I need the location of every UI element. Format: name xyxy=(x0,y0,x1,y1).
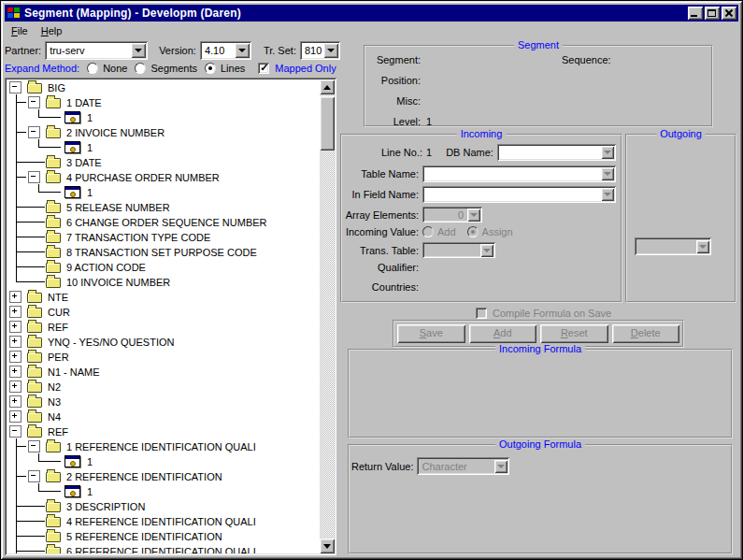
array-elements-combobox[interactable]: 0 xyxy=(422,207,482,223)
version-dropdown-button[interactable] xyxy=(235,43,250,58)
tree-item-label[interactable]: REF xyxy=(48,321,68,333)
expand-plus-toggle[interactable] xyxy=(7,304,26,319)
tree-item-label[interactable]: CUR xyxy=(48,306,70,318)
tree-item-label[interactable]: 4 REFERENCE IDENTIFICATION QUALI xyxy=(66,515,256,527)
tree-item[interactable]: 2 INVOICE NUMBER xyxy=(7,124,319,139)
array-elements-dropdown-button[interactable] xyxy=(467,208,480,222)
tree-scrollbar[interactable] xyxy=(320,79,335,553)
expand-plus-toggle[interactable] xyxy=(7,334,26,349)
table-name-dropdown-button[interactable] xyxy=(601,167,614,180)
close-button[interactable] xyxy=(722,7,736,20)
tree-item[interactable]: 4 REFERENCE IDENTIFICATION QUALI xyxy=(7,513,319,528)
expand-plus-toggle[interactable] xyxy=(7,364,26,379)
assign-radio[interactable] xyxy=(467,226,479,237)
tree-item[interactable]: 5 REFERENCE IDENTIFICATION xyxy=(7,528,319,543)
tree-item[interactable]: YNQ - YES/NO QUESTION xyxy=(7,334,319,349)
mapped-only-checkbox[interactable]: ✓ xyxy=(258,63,269,74)
title-bar[interactable]: Segment (Mapping) - Developm (Daren) xyxy=(5,5,738,22)
tree-item-label[interactable]: 1 xyxy=(87,111,93,123)
expand-method-radio-segments[interactable] xyxy=(135,63,146,74)
tree-item-label[interactable]: 4 PURCHASE ORDER NUMBER xyxy=(66,171,220,183)
minimize-button[interactable] xyxy=(688,7,703,20)
add-radio[interactable] xyxy=(422,226,434,237)
tree-item-label[interactable]: 6 REFERENCE IDENTIFICATION QUALI xyxy=(66,545,256,554)
tree-item-label[interactable]: 6 CHANGE ORDER SEQUENCE NUMBER xyxy=(66,216,267,228)
tree-item[interactable]: 1 xyxy=(7,109,319,124)
reset-button[interactable]: Reset xyxy=(540,324,608,343)
tree-item[interactable]: BIG xyxy=(7,79,319,94)
tree-item[interactable]: 3 DATE xyxy=(7,154,319,169)
db-name-combobox[interactable] xyxy=(497,144,616,161)
maximize-button[interactable] xyxy=(705,7,720,20)
tree-item[interactable]: 1 DATE xyxy=(7,94,319,109)
tree-item[interactable]: 1 xyxy=(7,184,319,199)
tree-item-label[interactable]: YNQ - YES/NO QUESTION xyxy=(48,336,175,348)
menu-item-help[interactable]: Help xyxy=(35,23,69,38)
compile-formula-checkbox[interactable] xyxy=(476,308,487,319)
tree-item-label[interactable]: 1 xyxy=(87,141,93,153)
menu-item-file[interactable]: File xyxy=(5,23,35,38)
tree-item-label[interactable]: 8 TRANSACTION SET PURPOSE CODE xyxy=(66,246,257,258)
trans-table-dropdown-button[interactable] xyxy=(480,244,493,257)
tree-item[interactable]: N3 xyxy=(7,394,319,409)
tree-item[interactable]: 7 TRANSACTION TYPE CODE xyxy=(7,229,319,244)
tree-item-label[interactable]: BIG xyxy=(48,81,65,93)
tree-item[interactable]: 1 xyxy=(7,453,319,468)
tree-item[interactable]: REF xyxy=(7,319,319,334)
table-name-combobox[interactable] xyxy=(422,165,616,182)
expand-method-radio-lines[interactable] xyxy=(205,63,216,74)
tree-item-label[interactable]: REF xyxy=(48,425,68,438)
tree-item[interactable]: 1 xyxy=(7,139,319,154)
trset-combobox[interactable]: 810 xyxy=(300,41,340,60)
tree-item[interactable]: 9 ACTION CODE xyxy=(7,259,319,274)
collapse-minus-toggle[interactable] xyxy=(7,79,26,94)
collapse-minus-toggle[interactable] xyxy=(26,468,45,483)
collapse-minus-toggle[interactable] xyxy=(26,169,45,184)
tree-item[interactable]: REF xyxy=(7,424,319,438)
expand-plus-toggle[interactable] xyxy=(7,349,26,364)
tree-item-label[interactable]: 7 TRANSACTION TYPE CODE xyxy=(66,231,210,243)
in-field-combobox[interactable] xyxy=(422,186,616,203)
expand-plus-toggle[interactable] xyxy=(7,379,26,394)
partner-dropdown-button[interactable] xyxy=(131,43,146,58)
tree-item-label[interactable]: N1 - NAME xyxy=(48,366,100,378)
tree-item[interactable]: 1 REFERENCE IDENTIFICATION QUALI xyxy=(7,438,319,453)
expand-plus-toggle[interactable] xyxy=(7,289,26,304)
tree-item-label[interactable]: 3 DESCRIPTION xyxy=(66,500,145,512)
tree-item[interactable]: 10 INVOICE NUMBER xyxy=(7,274,319,289)
expand-plus-toggle[interactable] xyxy=(7,319,26,334)
tree-item[interactable]: 4 PURCHASE ORDER NUMBER xyxy=(7,169,319,184)
tree-item-label[interactable]: 1 REFERENCE IDENTIFICATION QUALI xyxy=(66,440,256,452)
tree-item-label[interactable]: 5 REFERENCE IDENTIFICATION xyxy=(66,530,222,542)
tree-item[interactable]: CUR xyxy=(7,304,319,319)
collapse-minus-toggle[interactable] xyxy=(26,438,45,453)
in-field-dropdown-button[interactable] xyxy=(601,188,614,201)
tree-item-label[interactable]: 5 RELEASE NUMBER xyxy=(66,201,170,213)
tree-item[interactable]: 3 DESCRIPTION xyxy=(7,498,319,513)
scroll-up-button[interactable] xyxy=(320,79,335,94)
trans-table-combobox[interactable] xyxy=(422,242,495,258)
tree-item-label[interactable]: 1 DATE xyxy=(66,96,102,108)
tree-item-label[interactable]: 1 xyxy=(87,455,93,467)
delete-button[interactable]: Delete xyxy=(612,324,680,343)
tree-item-label[interactable]: N3 xyxy=(48,395,61,408)
tree-item[interactable]: NTE xyxy=(7,289,319,304)
tree-item[interactable]: 6 CHANGE ORDER SEQUENCE NUMBER xyxy=(7,214,319,229)
expand-plus-toggle[interactable] xyxy=(7,394,26,409)
tree-item[interactable]: N1 - NAME xyxy=(7,364,319,379)
tree-item[interactable]: N4 xyxy=(7,409,319,424)
tree-item[interactable]: 1 xyxy=(7,483,319,498)
tree-item-label[interactable]: NTE xyxy=(48,291,68,303)
collapse-minus-toggle[interactable] xyxy=(26,94,45,109)
tree-item-label[interactable]: N2 xyxy=(48,381,61,393)
tree-item[interactable]: 2 REFERENCE IDENTIFICATION xyxy=(7,468,319,483)
scroll-down-button[interactable] xyxy=(320,538,335,553)
collapse-minus-toggle[interactable] xyxy=(7,424,26,438)
tree-item-label[interactable]: 10 INVOICE NUMBER xyxy=(66,276,170,288)
trset-dropdown-button[interactable] xyxy=(323,43,338,58)
tree-item-label[interactable]: 2 REFERENCE IDENTIFICATION xyxy=(66,470,222,482)
outgoing-combobox[interactable] xyxy=(635,237,711,255)
tree-item-label[interactable]: 1 xyxy=(87,186,93,198)
return-value-dropdown-button[interactable] xyxy=(494,460,507,473)
tree-item[interactable]: 8 TRANSACTION SET PURPOSE CODE xyxy=(7,244,319,259)
